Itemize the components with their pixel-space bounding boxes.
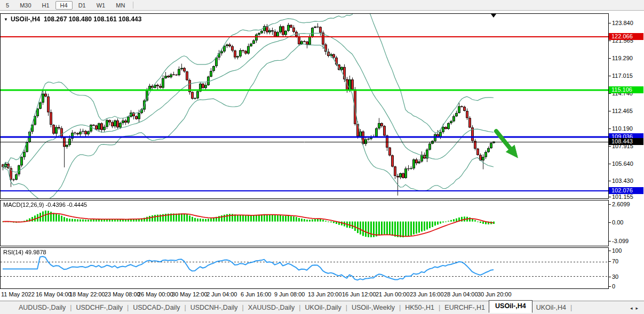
tab-separator: | [439,304,440,311]
tab-scroll-left-icon[interactable]: ◂ [630,305,636,311]
axis-tick [609,41,611,41]
rsi-axis-tick: 100 [612,247,622,254]
price-axis-tick: 110.190 [612,125,633,132]
macd-axis-tick: 0.00 [612,219,623,226]
macd-label: MACD(12,26,9) -0.4396 -0.4445 [3,202,87,208]
axis-tick [609,58,611,59]
time-axis-label: 11 May 2022 [1,291,35,297]
time-axis-label: 28 Jun 04:00 [444,291,478,297]
time-axis-label: 18 May 22:00 [69,291,105,297]
rsi-pane[interactable] [0,247,609,289]
tab-hk50-h1[interactable]: HK50-,H1 [401,303,438,312]
axis-tick [609,277,611,277]
timeframe-button-d1[interactable]: D1 [74,1,91,10]
rsi-pane-canvas[interactable] [1,248,608,288]
timeframe-button-5[interactable]: 5 [1,1,14,10]
price-axis-tick: 101.155 [612,194,633,200]
macd-pane-canvas[interactable] [1,200,608,246]
tab-separator: | [242,304,244,311]
tab-separator: | [127,304,129,311]
tab-separator: | [346,304,347,311]
trend-arrow[interactable] [491,126,529,167]
time-axis-label: 6 Jun 16:00 [241,291,272,297]
tab-usoil-h4[interactable]: USOil-,H4 [489,300,532,313]
price-level-label: 102.076 [609,187,643,194]
price-axis-tick: 123.840 [612,20,633,26]
tab-xauusd-daily[interactable]: XAUUSD-,Daily [244,303,299,312]
axis-tick [609,241,611,241]
time-axis-label: 23 May 08:00 [105,291,140,297]
axis-tick [609,146,611,147]
tab-separator: | [184,304,186,311]
tab-scroll-right-icon[interactable]: ▸ [635,305,641,311]
axis-tick [609,23,611,23]
time-axis-label: 30 May 12:00 [172,291,208,297]
price-axis-tick: 103.430 [612,178,633,184]
toolbar-separator [133,2,133,9]
rsi-axis-tick: 0 [612,283,615,289]
tab-usdcnh-daily[interactable]: USDCNH-,Daily [187,303,242,312]
rsi-axis-tick: 70 [612,258,618,264]
tab-usdcad-daily[interactable]: USDCAD-,Daily [129,303,184,312]
timeframe-toolbar: 5M30H1H4D1W1MN [0,0,644,11]
axis-tick [609,222,611,223]
price-axis-tick: 105.640 [612,160,633,167]
time-axis-label: 16 Jun 12:00 [342,291,376,297]
macd-axis-tick: 2.6099 [612,201,630,207]
axis-tick [609,164,611,164]
tab-eurchf-h1[interactable]: EURCHF-,H1 [441,303,489,312]
axis-tick [609,286,611,287]
time-axis-label: 23 Jun 16:00 [410,291,444,297]
timeframe-button-h4[interactable]: H4 [55,1,73,10]
axis-tick [609,197,611,197]
rsi-axis-tick: 30 [612,273,618,280]
time-axis-label: 30 Jun 20:00 [478,291,512,297]
tab-usoil-weekly[interactable]: USOil-,Weekly [348,303,399,312]
mt4-window: 5M30H1H4D1W1MN ▼USOil-,H4 108.267 108.48… [0,0,644,314]
timeframe-button-h1[interactable]: H1 [37,1,54,10]
time-axis-label: 9 Jun 08:00 [274,291,305,297]
price-axis-tick: 112.465 [612,108,633,114]
chart-symbol: USOil-,H4 [11,15,40,23]
price-level-label: 108.443 [609,138,643,145]
tab-ukoil-daily[interactable]: UKOil-,Daily [301,303,345,312]
time-axis-label: 21 Jun 00:00 [376,291,410,297]
tab-ukoil-h4[interactable]: UKOil-,H4 [532,303,570,312]
price-axis-tick: 117.015 [612,73,633,79]
time-axis-label: 16 May 04:00 [36,291,71,297]
tab-separator: | [70,304,71,311]
time-axis-label: 2 Jun 04:00 [206,291,237,297]
price-level-label: 122.066 [609,33,643,40]
axis-tick [609,261,611,262]
axis-tick [609,111,611,111]
axis-tick [609,204,611,205]
chart-title: ▼USOil-,H4 108.267 108.480 108.161 108.4… [4,15,141,23]
macd-pane[interactable] [0,200,609,246]
chart-shift-marker [491,14,496,18]
tab-separator: | [399,304,401,311]
axis-tick [609,251,611,251]
price-axis-tick: 119.290 [612,55,633,61]
price-level-label: 115.106 [609,86,643,93]
axis-tick [609,128,611,129]
rsi-label: RSI(14) 49.9878 [3,249,46,255]
tab-separator: | [299,304,300,311]
price-pane[interactable] [0,13,609,199]
axis-tick [609,181,611,181]
macd-axis-tick: -3.099 [612,238,629,244]
timeframe-button-w1[interactable]: W1 [92,1,110,10]
chart-ohlc-values: 108.267 108.480 108.161 108.443 [44,15,142,23]
price-chart-canvas[interactable] [1,14,608,198]
axis-tick [609,76,611,76]
symbol-dropdown-icon: ▼ [4,17,8,22]
tab-usdchf-daily[interactable]: USDCHF-,Daily [72,303,126,312]
timeframe-button-mn[interactable]: MN [111,1,130,10]
tab-separator: | [570,304,572,311]
time-axis-label: 13 Jun 20:00 [308,291,342,297]
tab-audusd-daily[interactable]: AUDUSD-,Daily [15,303,69,312]
chart-tabbar: AUDUSD-,Daily|USDCHF-,Daily|USDCAD-,Dail… [0,301,644,314]
timeframe-button-m30[interactable]: M30 [15,1,36,10]
time-axis-label: 26 May 00:00 [138,291,173,297]
